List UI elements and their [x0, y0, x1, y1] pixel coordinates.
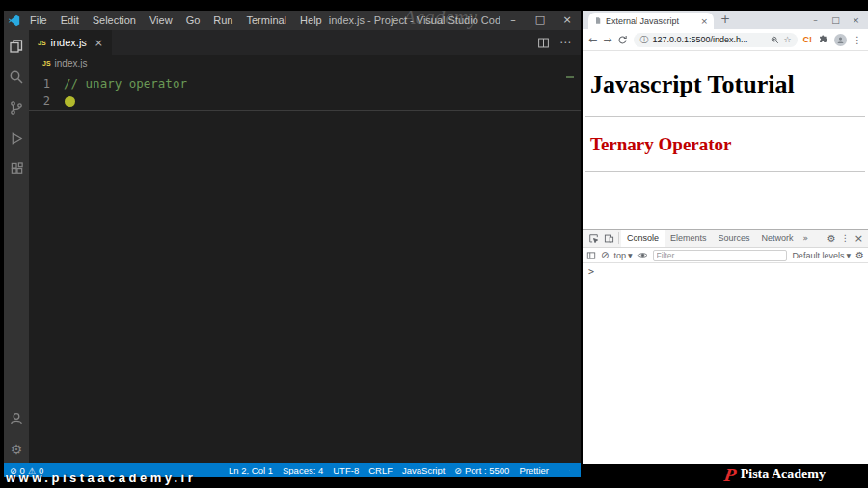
minimize-button[interactable]: – [805, 15, 826, 25]
minimap[interactable] [565, 71, 581, 463]
maximize-button[interactable]: □ [826, 15, 846, 25]
devtools-menu-icon[interactable]: ⋮ [841, 233, 850, 243]
browser-tab-strip: External Javascript × + – □ × [583, 11, 868, 29]
eol-sequence[interactable]: CRLF [364, 465, 397, 475]
tab-close-icon[interactable]: × [95, 37, 103, 49]
cursor-position[interactable]: Ln 2, Col 1 [224, 465, 278, 475]
page-subheading: Ternary Operator [590, 134, 860, 155]
menu-view[interactable]: View [143, 11, 179, 30]
log-levels-label: Default levels [792, 251, 844, 260]
maximize-button[interactable]: □ [527, 11, 554, 30]
browser-window: External Javascript × + – □ × ← → ⓘ 127.… [583, 11, 868, 464]
live-expression-eye-icon[interactable] [637, 250, 648, 260]
devtools-tab-network[interactable]: Network [756, 230, 800, 247]
tab-label: index.js [51, 37, 87, 48]
browser-content: Javascript Toturial Ternary Operator Con… [583, 51, 868, 464]
search-icon[interactable] [9, 68, 25, 85]
code-editor[interactable]: 1 // unary operator 2 [29, 71, 581, 463]
menu-go[interactable]: Go [179, 11, 207, 30]
live-server-port[interactable]: ⊘ Port : 5500 [449, 465, 514, 475]
vscode-body: ⚙ JS index.js × ⋯ [4, 30, 581, 463]
console-area[interactable]: > [583, 263, 868, 464]
code-line-1: 1 // unary operator [29, 74, 581, 93]
log-levels-selector[interactable]: Default levels ▼ [792, 251, 851, 260]
indentation[interactable]: Spaces: 4 [278, 465, 328, 475]
forward-icon[interactable]: → [603, 35, 611, 45]
browser-window-controls: – □ × [805, 11, 866, 29]
extension-icon[interactable]: C! [803, 35, 813, 44]
divider [585, 171, 865, 172]
profile-avatar[interactable] [834, 34, 847, 46]
bookmark-star-icon[interactable]: ☆ [783, 35, 791, 44]
broadcast-icon[interactable] [554, 465, 564, 475]
editor-actions: ⋯ [537, 30, 581, 55]
address-bar[interactable]: ⓘ 127.0.0.1:5500/index.h... ☆ [634, 33, 797, 47]
devtools-tab-elements[interactable]: Elements [665, 230, 713, 247]
language-mode[interactable]: JavaScript [397, 465, 449, 475]
close-button[interactable]: × [846, 15, 866, 25]
line-number: 2 [29, 95, 64, 108]
device-toolbar-icon[interactable] [601, 230, 616, 247]
minimize-button[interactable]: – [500, 11, 527, 30]
console-filter-input[interactable] [653, 250, 788, 261]
status-bar-right: Ln 2, Col 1 Spaces: 4 UTF-8 CRLF JavaScr… [224, 465, 575, 475]
context-selector[interactable]: top ▼ [613, 251, 632, 260]
menu-selection[interactable]: Selection [86, 11, 143, 30]
more-actions-icon[interactable]: ⋯ [559, 36, 571, 49]
code-comment: // unary operator [64, 76, 187, 91]
account-icon[interactable] [9, 410, 25, 426]
clear-console-icon[interactable]: ⊘ [601, 250, 609, 260]
reload-icon[interactable] [617, 35, 628, 45]
menu-file[interactable]: File [23, 11, 54, 30]
window-title: index.js - Project - Visual Studio Code [329, 14, 500, 26]
breadcrumb[interactable]: JS index.js [29, 55, 581, 71]
devtools-tab-sources[interactable]: Sources [713, 230, 756, 247]
vscode-logo-icon [4, 14, 23, 27]
url-text[interactable]: 127.0.0.1:5500/index.h... [652, 35, 767, 44]
page-heading: Javascript Toturial [590, 70, 860, 99]
activity-bar: ⚙ [4, 30, 29, 463]
new-tab-button[interactable]: + [720, 11, 730, 29]
settings-gear-icon[interactable]: ⚙ [9, 441, 25, 457]
menu-run[interactable]: Run [206, 11, 239, 30]
split-editor-icon[interactable] [537, 37, 550, 49]
console-settings-icon[interactable]: ⚙ [855, 250, 864, 260]
encoding[interactable]: UTF-8 [328, 465, 364, 475]
explorer-icon[interactable] [9, 38, 25, 54]
site-info-icon[interactable]: ⓘ [639, 34, 648, 46]
menu-help[interactable]: Help [293, 11, 329, 30]
console-prompt[interactable]: > [588, 266, 594, 277]
lightbulb-icon[interactable] [65, 96, 75, 107]
browser-tab-title: External Javascript [606, 16, 696, 26]
zoom-icon[interactable] [771, 36, 779, 44]
browser-tab[interactable]: External Javascript × [588, 13, 714, 29]
devtools-controls: ⚙ ⋮ × [827, 230, 865, 247]
extensions-puzzle-icon[interactable] [818, 35, 828, 45]
more-tabs-icon[interactable]: » [800, 230, 813, 247]
notifications-bell-icon[interactable] [564, 465, 575, 475]
vscode-titlebar: File Edit Selection View Go Run Terminal… [4, 11, 581, 30]
devtools-close-icon[interactable]: × [854, 232, 863, 245]
chevron-down-icon: ▼ [846, 252, 851, 258]
desktop: Academy File Edit Selection View Go Run … [0, 0, 868, 488]
devtools-settings-icon[interactable]: ⚙ [827, 233, 836, 244]
formatter[interactable]: Prettier [514, 465, 554, 475]
minimap-mark [566, 76, 574, 78]
console-sidebar-icon[interactable] [586, 251, 596, 260]
console-toolbar: ⊘ top ▼ Default levels ▼ ⚙ [583, 248, 868, 263]
inspect-element-icon[interactable] [585, 230, 601, 247]
brand-logo: P Pista Academy [724, 465, 826, 484]
context-label: top [613, 251, 626, 260]
menu-terminal[interactable]: Terminal [240, 11, 294, 30]
close-button[interactable]: × [554, 11, 581, 30]
run-debug-icon[interactable] [9, 130, 25, 147]
tab-indexjs[interactable]: JS index.js × [29, 30, 113, 55]
browser-menu-icon[interactable]: ⋮ [853, 35, 862, 45]
tab-close-icon[interactable]: × [700, 16, 708, 26]
menu-edit[interactable]: Edit [54, 11, 86, 30]
devtools-tab-console[interactable]: Console [621, 230, 665, 247]
source-control-icon[interactable] [9, 99, 25, 116]
extensions-icon[interactable] [9, 161, 25, 177]
back-icon[interactable]: ← [588, 35, 597, 45]
vscode-window: File Edit Selection View Go Run Terminal… [4, 11, 581, 477]
